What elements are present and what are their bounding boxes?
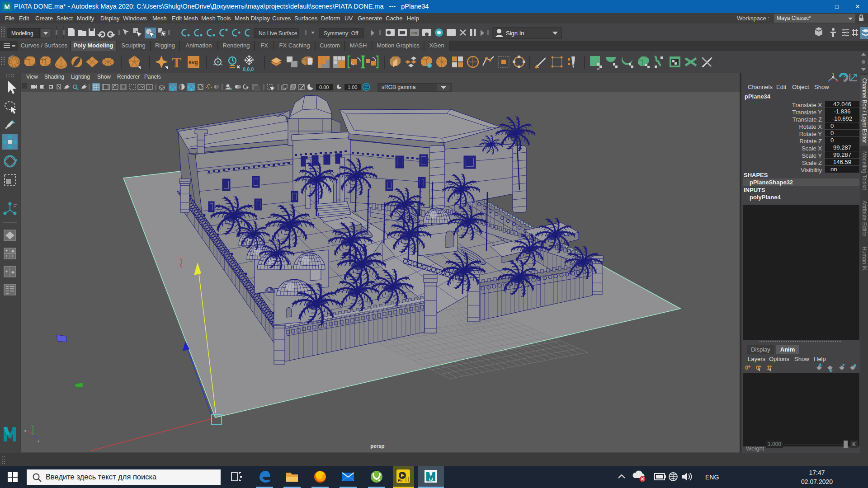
svg-text:Ph: Ph: [398, 479, 402, 483]
svg-text:Sign In: Sign In: [506, 30, 524, 37]
svg-text:+: +: [11, 254, 14, 258]
svg-text:No Live Surface: No Live Surface: [259, 30, 297, 37]
svg-text:Symmetry: Off: Symmetry: Off: [324, 30, 359, 37]
svg-text:0: 0: [745, 364, 748, 371]
svg-text:persp: persp: [370, 443, 384, 449]
svg-text:17:47: 17:47: [809, 469, 825, 476]
svg-text:MAYA: MAYA: [427, 479, 433, 482]
svg-text:+: +: [5, 254, 8, 258]
svg-text:T: T: [148, 85, 151, 89]
svg-text:IPR: IPR: [411, 31, 418, 35]
svg-text:◆: ◆: [11, 270, 14, 274]
svg-text:ON: ON: [364, 86, 368, 89]
svg-text:svg: svg: [189, 59, 198, 66]
svg-text:y: y: [32, 424, 33, 428]
svg-text:T: T: [172, 54, 181, 70]
svg-text:+: +: [5, 269, 8, 274]
svg-text:z: z: [24, 429, 26, 433]
svg-text:+: +: [5, 249, 8, 253]
svg-text:◆: ◆: [11, 249, 15, 253]
svg-text:Modeling: Modeling: [11, 30, 33, 37]
svg-text:1.00: 1.00: [348, 84, 357, 90]
svg-text:0.00: 0.00: [319, 84, 329, 90]
svg-text:ENG: ENG: [705, 474, 719, 481]
svg-text:x: x: [38, 439, 39, 443]
svg-text:sRGB gamma: sRGB gamma: [382, 84, 416, 90]
svg-text:Введите здесь текст для поиска: Введите здесь текст для поиска: [46, 473, 157, 481]
svg-text:02.07.2020: 02.07.2020: [801, 478, 833, 485]
svg-text:0,0,0: 0,0,0: [243, 66, 254, 72]
